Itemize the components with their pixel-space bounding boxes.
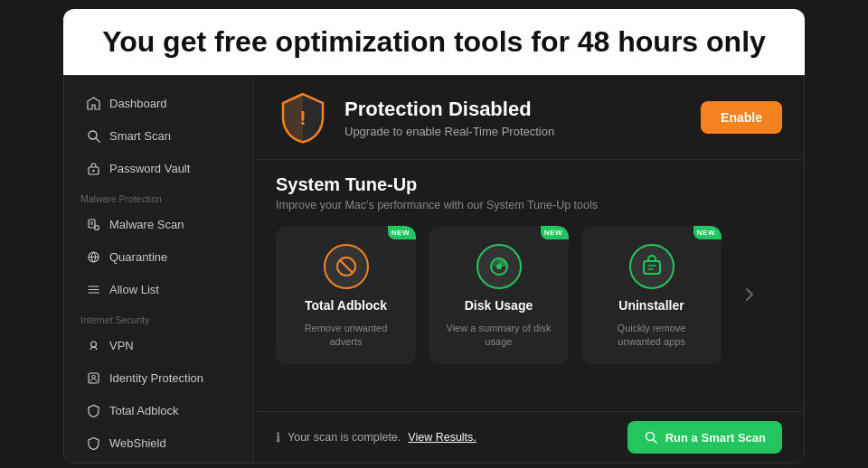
tuneup-title: System Tune-Up — [276, 174, 782, 195]
sidebar-item-total-adblock[interactable]: Total Adblock — [70, 395, 248, 426]
smart-scan-icon — [86, 128, 100, 143]
disk-card-desc: View a summary of disk usage — [443, 322, 554, 350]
uninstaller-card-desc: Quickly remove unwanted apps — [596, 322, 707, 350]
cards-next-arrow[interactable] — [740, 226, 760, 364]
sidebar-item-quarantine[interactable]: Quarantine — [70, 241, 248, 272]
card-uninstaller[interactable]: NEW Uninstaller Quickly remove unwanted … — [581, 226, 722, 364]
protection-banner: ! Protection Disabled Upgrade to enable … — [254, 76, 804, 160]
quarantine-icon — [86, 249, 100, 264]
enable-button[interactable]: Enable — [701, 101, 782, 134]
internet-section-label: Internet Security — [64, 305, 253, 329]
top-banner: You get free optimization tools for 48 h… — [63, 9, 805, 75]
protection-text: Protection Disabled Upgrade to enable Re… — [344, 98, 686, 138]
sidebar-item-dashboard[interactable]: Dashboard — [70, 88, 248, 118]
tuneup-section: System Tune-Up Improve your Mac's perfor… — [254, 160, 804, 411]
svg-line-1 — [96, 138, 99, 142]
new-badge-disk: NEW — [541, 226, 569, 239]
disk-icon — [476, 244, 522, 289]
svg-text:!: ! — [299, 107, 306, 129]
view-results-link[interactable]: View Results. — [408, 431, 476, 444]
protection-title: Protection Disabled — [344, 98, 686, 121]
shield-warning-icon: ! — [276, 90, 330, 145]
sidebar-item-malware-scan[interactable]: Malware Scan — [70, 209, 248, 239]
sidebar-item-webshield[interactable]: WebShield — [70, 427, 248, 458]
svg-point-15 — [91, 375, 95, 379]
info-icon: ℹ — [276, 430, 280, 445]
main-content: ! Protection Disabled Upgrade to enable … — [254, 76, 804, 463]
svg-rect-22 — [644, 261, 660, 274]
new-badge-uninstaller: NEW — [693, 226, 722, 239]
uninstaller-card-title: Uninstaller — [618, 298, 684, 313]
uninstaller-icon — [629, 244, 675, 289]
svg-point-3 — [92, 169, 94, 171]
webshield-icon — [86, 435, 100, 450]
vpn-icon — [86, 338, 100, 352]
run-smart-scan-button[interactable]: Run a Smart Scan — [627, 421, 782, 454]
svg-line-26 — [653, 440, 656, 444]
search-scan-icon — [644, 430, 658, 445]
dashboard-icon — [86, 96, 100, 110]
sidebar-item-vpn[interactable]: VPN — [70, 330, 248, 360]
tuneup-subtitle: Improve your Mac's performance with our … — [276, 199, 782, 211]
svg-point-13 — [90, 342, 96, 347]
malware-scan-icon — [86, 217, 100, 231]
footer-bar: ℹ Your scan is complete. View Results. R… — [254, 411, 804, 463]
identity-protection-icon — [86, 370, 100, 385]
allow-list-icon — [86, 282, 100, 296]
password-vault-icon — [86, 161, 100, 175]
scan-complete-text: Your scan is complete. — [288, 431, 401, 444]
sidebar: Dashboard Smart Scan Password Vault — [64, 76, 254, 463]
adblock-icon — [324, 244, 369, 289]
sidebar-item-smart-scan[interactable]: Smart Scan — [70, 120, 248, 151]
adblock-card-desc: Remove unwanted adverts — [290, 322, 401, 350]
protection-subtitle: Upgrade to enable Real-Time Protection — [344, 125, 686, 138]
disk-card-title: Disk Usage — [465, 298, 533, 313]
svg-line-19 — [341, 261, 352, 272]
sidebar-item-identity-protection[interactable]: Identity Protection — [70, 362, 248, 393]
card-total-adblock[interactable]: NEW Total Adblock Remove unwanted advert… — [276, 226, 416, 364]
total-adblock-icon — [86, 403, 100, 417]
card-disk-usage[interactable]: NEW Disk Usage View a summary of disk us… — [429, 226, 569, 364]
cards-row: NEW Total Adblock Remove unwanted advert… — [276, 226, 782, 364]
sidebar-item-allow-list[interactable]: Allow List — [70, 274, 248, 304]
sidebar-item-settings[interactable]: Settings ⌃ — [70, 460, 248, 463]
banner-text: You get free optimization tools for 48 h… — [90, 25, 778, 59]
new-badge-adblock: NEW — [388, 226, 416, 239]
sidebar-item-password-vault[interactable]: Password Vault — [70, 153, 248, 183]
malware-section-label: Malware Protection — [64, 184, 253, 208]
app-window: Dashboard Smart Scan Password Vault — [63, 75, 805, 463]
scan-status: ℹ Your scan is complete. View Results. — [276, 430, 476, 445]
svg-point-21 — [496, 264, 502, 269]
adblock-card-title: Total Adblock — [305, 298, 387, 313]
